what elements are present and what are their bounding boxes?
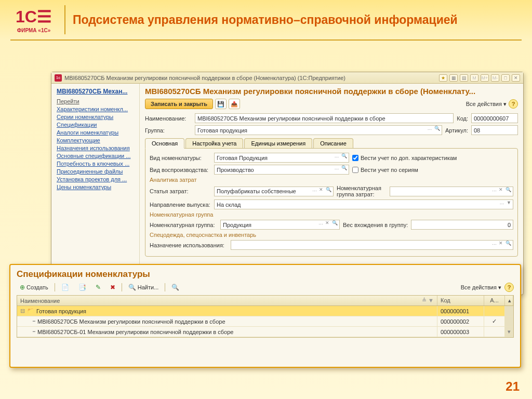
tb-mminus[interactable]: M-: [491, 74, 499, 82]
col-name[interactable]: Наименование≜ ▼: [17, 296, 437, 305]
divider-horizontal: [10, 39, 522, 41]
tab-accounting[interactable]: Настройка учета: [185, 138, 243, 148]
tb-m[interactable]: M: [470, 74, 478, 82]
close-icon[interactable]: ✕: [512, 74, 520, 82]
scroll-down[interactable]: ▾: [505, 327, 513, 337]
edit-icon[interactable]: ✎: [92, 283, 104, 292]
sidebar: MBI6805270СБ Механ... Перейти Характерис…: [51, 84, 140, 295]
all-actions-link[interactable]: Все действия ▾: [466, 101, 507, 108]
slide-title: Подсистема управления нормативно–справоч…: [73, 13, 458, 27]
nom-group-input[interactable]: [220, 220, 340, 230]
table-row[interactable]: ━MBI6805270СБ-01 Механизм регулировки по…: [17, 327, 513, 337]
tb-mplus[interactable]: M+: [481, 74, 489, 82]
toolbar: Записать и закрыть 💾 📤 Все действия ▾ ?: [145, 99, 518, 109]
sidebar-link-3[interactable]: Аналоги номенклатуры: [57, 129, 134, 136]
sidebar-link-9[interactable]: Установка проектов для ...: [57, 176, 134, 182]
section-nom-group: Номенклатурная группа: [150, 211, 513, 218]
tb-btn-2[interactable]: ▤: [460, 74, 468, 82]
label-name: Наименование:: [145, 115, 192, 122]
page-number: 21: [506, 379, 520, 394]
sidebar-link-2[interactable]: Спецификации: [57, 122, 134, 128]
sidebar-link-4[interactable]: Комплектующие: [57, 137, 134, 143]
favorite-icon[interactable]: ★: [439, 74, 447, 82]
label-group: Группа:: [145, 127, 192, 134]
sidebar-link-7[interactable]: Потребность в ключевых ...: [57, 161, 134, 167]
folder-icon: 📁: [27, 308, 34, 314]
sidebar-section: Перейти: [57, 98, 134, 104]
output-dir-input[interactable]: [214, 200, 513, 209]
maximize-icon[interactable]: □: [501, 74, 510, 82]
nom-type-input[interactable]: [214, 153, 349, 163]
content: MBI6805270СБ Механизм регулировки поясни…: [140, 84, 523, 295]
content-title: MBI6805270СБ Механизм регулировки поясни…: [145, 87, 518, 96]
label-nom-cost-group: Номенклатурная группа затрат:: [337, 185, 387, 197]
label-usage: Назначение использования:: [150, 242, 228, 248]
help-icon[interactable]: ?: [509, 99, 518, 109]
label-cost-item: Статья затрат:: [150, 188, 211, 194]
tb-btn-1[interactable]: ▦: [449, 74, 458, 82]
col-scroll-up[interactable]: ▴: [505, 296, 513, 305]
usage-input[interactable]: [231, 240, 513, 250]
tab-description[interactable]: Описание: [313, 138, 353, 148]
window-title: MBI6805270СБ Механизм регулировки поясни…: [64, 75, 439, 81]
section-special: Спецодежда, спецоснастка и инвентарь: [150, 232, 513, 238]
checkbox-extra[interactable]: Вести учет по доп. характеристикам: [352, 155, 457, 161]
delete-icon[interactable]: ✖: [107, 283, 118, 292]
label-nom-group: Номенклатурная группа:: [150, 222, 217, 228]
clear-filter-icon[interactable]: 🔍: [168, 283, 182, 292]
item-icon: ━: [33, 329, 35, 334]
table-row[interactable]: ━MBI6805270СБ Механизм регулировки поясн…: [17, 316, 513, 327]
sidebar-link-10[interactable]: Цены номенклатуры: [57, 184, 134, 190]
spec-title: Спецификации номенклатуры: [17, 269, 514, 280]
titlebar: 1c MBI6805270СБ Механизм регулировки поя…: [51, 72, 523, 84]
sidebar-link-6[interactable]: Основные спецификации ...: [57, 153, 134, 159]
sidebar-link-1[interactable]: Серии номенклатуры: [57, 114, 134, 120]
logo: 1C☰ ФИРМА «1С»: [10, 7, 57, 33]
repro-input[interactable]: [214, 165, 349, 175]
copy-icon[interactable]: 📄: [58, 283, 72, 292]
tree-icon[interactable]: 📑: [75, 283, 89, 292]
app-icon: 1c: [55, 74, 62, 82]
col-a[interactable]: А...: [484, 296, 505, 305]
tab-units[interactable]: Единицы измерения: [244, 138, 312, 148]
save-close-button[interactable]: Записать и закрыть: [145, 99, 213, 109]
tab-main[interactable]: Основная: [145, 138, 184, 149]
checkbox-series[interactable]: Вести учет по сериям: [352, 167, 418, 173]
save-icon[interactable]: 💾: [215, 99, 227, 109]
label-weight: Вес вхождения в группу:: [343, 222, 408, 228]
spec-help-icon[interactable]: ?: [504, 283, 514, 292]
spec-all-actions[interactable]: Все действия ▾: [461, 284, 501, 291]
tab-panel-main: Вид номенклатуры: Вести учет по доп. хар…: [145, 148, 518, 257]
col-code[interactable]: Код: [437, 296, 484, 305]
sidebar-link-5[interactable]: Назначения использования: [57, 145, 134, 151]
tabs: Основная Настройка учета Единицы измерен…: [145, 138, 518, 148]
group-input[interactable]: [195, 125, 442, 135]
weight-input[interactable]: [411, 220, 513, 230]
nom-cost-group-input[interactable]: [390, 187, 513, 196]
create-button[interactable]: ⊕Создать: [17, 283, 51, 292]
item-icon: ━: [33, 319, 35, 324]
sidebar-link-8[interactable]: Присоединенные файлы: [57, 168, 134, 175]
spec-toolbar: ⊕Создать 📄 📑 ✎ ✖ 🔍Найти... 🔍 Все действи…: [17, 283, 514, 292]
section-cost-analytics: Аналитика затрат: [150, 177, 513, 183]
label-repro: Вид воспроизводства:: [150, 167, 211, 173]
name-input[interactable]: [195, 113, 454, 123]
spec-table: Наименование≜ ▼ Код А... ▴ ⊟📁Готовая про…: [17, 295, 514, 338]
spec-window: Спецификации номенклатуры ⊕Создать 📄 📑 ✎…: [9, 264, 521, 368]
table-row[interactable]: ⊟📁Готовая продукция 000000001: [17, 306, 513, 316]
article-input[interactable]: [471, 125, 518, 135]
label-code: Код:: [457, 115, 468, 122]
action-icon[interactable]: 📤: [229, 99, 240, 109]
label-nom-type: Вид номенклатуры:: [150, 155, 211, 161]
sidebar-title[interactable]: MBI6805270СБ Механ...: [57, 88, 134, 95]
code-input[interactable]: [471, 113, 518, 123]
slide-header: 1C☰ ФИРМА «1С» Подсистема управления нор…: [0, 0, 532, 34]
cost-item-input[interactable]: [214, 187, 334, 196]
divider: [64, 5, 65, 34]
sidebar-link-0[interactable]: Характеристики номенкл...: [57, 106, 134, 112]
nomenclature-window: 1c MBI6805270СБ Механизм регулировки поя…: [51, 72, 524, 295]
find-button[interactable]: 🔍Найти...: [125, 283, 162, 292]
label-output-dir: Направление выпуска:: [150, 202, 211, 208]
label-article: Артикул:: [445, 127, 468, 134]
